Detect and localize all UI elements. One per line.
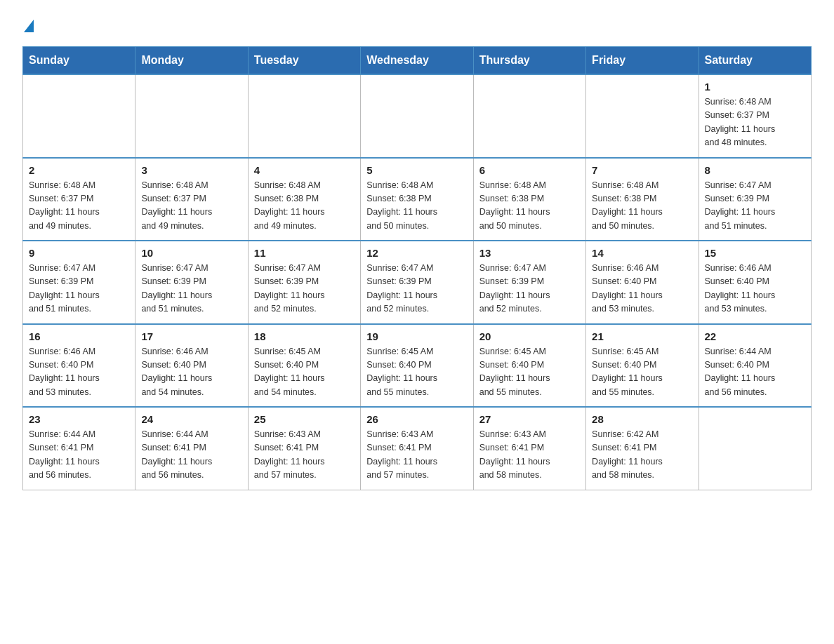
weekday-header-monday: Monday — [135, 47, 248, 75]
day-info: Sunrise: 6:47 AMSunset: 6:39 PMDaylight:… — [366, 262, 467, 316]
calendar-cell: 25Sunrise: 6:43 AMSunset: 6:41 PMDayligh… — [248, 407, 360, 490]
day-info: Sunrise: 6:44 AMSunset: 6:41 PMDaylight:… — [29, 428, 129, 483]
calendar-cell: 9Sunrise: 6:47 AMSunset: 6:39 PMDaylight… — [23, 241, 135, 324]
day-info: Sunrise: 6:48 AMSunset: 6:37 PMDaylight:… — [29, 179, 129, 234]
calendar-cell — [473, 74, 585, 158]
calendar-cell: 12Sunrise: 6:47 AMSunset: 6:39 PMDayligh… — [361, 241, 473, 324]
day-info: Sunrise: 6:46 AMSunset: 6:40 PMDaylight:… — [29, 345, 129, 400]
calendar-cell: 23Sunrise: 6:44 AMSunset: 6:41 PMDayligh… — [23, 407, 135, 490]
day-number: 18 — [254, 330, 355, 342]
calendar-cell — [586, 74, 699, 158]
day-info: Sunrise: 6:43 AMSunset: 6:41 PMDaylight:… — [479, 428, 580, 483]
calendar-cell: 24Sunrise: 6:44 AMSunset: 6:41 PMDayligh… — [135, 407, 248, 490]
calendar-cell: 16Sunrise: 6:46 AMSunset: 6:40 PMDayligh… — [23, 324, 135, 408]
day-number: 12 — [366, 247, 467, 259]
weekday-header-tuesday: Tuesday — [248, 47, 360, 75]
calendar-cell: 27Sunrise: 6:43 AMSunset: 6:41 PMDayligh… — [473, 407, 585, 490]
weekday-header-row: SundayMondayTuesdayWednesdayThursdayFrid… — [23, 47, 812, 75]
day-info: Sunrise: 6:42 AMSunset: 6:41 PMDaylight:… — [592, 428, 692, 483]
day-number: 28 — [592, 413, 692, 425]
calendar-body: 1Sunrise: 6:48 AMSunset: 6:37 PMDaylight… — [23, 74, 812, 490]
day-number: 5 — [366, 164, 467, 176]
calendar-cell: 3Sunrise: 6:48 AMSunset: 6:37 PMDaylight… — [135, 158, 248, 241]
day-info: Sunrise: 6:48 AMSunset: 6:38 PMDaylight:… — [366, 179, 467, 234]
day-number: 9 — [29, 247, 129, 259]
calendar-table: SundayMondayTuesdayWednesdayThursdayFrid… — [22, 46, 812, 490]
calendar-cell — [248, 74, 360, 158]
day-number: 14 — [592, 247, 692, 259]
calendar-week-row: 16Sunrise: 6:46 AMSunset: 6:40 PMDayligh… — [23, 324, 812, 408]
day-number: 6 — [479, 164, 580, 176]
calendar-cell: 17Sunrise: 6:46 AMSunset: 6:40 PMDayligh… — [135, 324, 248, 408]
day-number: 27 — [479, 413, 580, 425]
calendar-cell — [361, 74, 473, 158]
calendar-cell: 10Sunrise: 6:47 AMSunset: 6:39 PMDayligh… — [135, 241, 248, 324]
day-info: Sunrise: 6:44 AMSunset: 6:40 PMDaylight:… — [705, 345, 805, 400]
day-number: 17 — [141, 330, 241, 342]
calendar-week-row: 2Sunrise: 6:48 AMSunset: 6:37 PMDaylight… — [23, 158, 812, 241]
weekday-header-thursday: Thursday — [473, 47, 585, 75]
calendar-cell — [23, 74, 135, 158]
calendar-cell: 21Sunrise: 6:45 AMSunset: 6:40 PMDayligh… — [586, 324, 699, 408]
day-number: 19 — [366, 330, 467, 342]
day-info: Sunrise: 6:48 AMSunset: 6:38 PMDaylight:… — [254, 179, 355, 234]
weekday-header-friday: Friday — [586, 47, 699, 75]
calendar-cell — [699, 407, 811, 490]
day-info: Sunrise: 6:47 AMSunset: 6:39 PMDaylight:… — [705, 179, 805, 234]
day-info: Sunrise: 6:46 AMSunset: 6:40 PMDaylight:… — [592, 262, 692, 316]
day-info: Sunrise: 6:44 AMSunset: 6:41 PMDaylight:… — [141, 428, 241, 483]
day-info: Sunrise: 6:45 AMSunset: 6:40 PMDaylight:… — [479, 345, 580, 400]
day-info: Sunrise: 6:43 AMSunset: 6:41 PMDaylight:… — [366, 428, 467, 483]
calendar-cell: 22Sunrise: 6:44 AMSunset: 6:40 PMDayligh… — [699, 324, 811, 408]
day-number: 13 — [479, 247, 580, 259]
day-info: Sunrise: 6:45 AMSunset: 6:40 PMDaylight:… — [592, 345, 692, 400]
calendar-cell: 8Sunrise: 6:47 AMSunset: 6:39 PMDaylight… — [699, 158, 811, 241]
day-number: 4 — [254, 164, 355, 176]
weekday-header-sunday: Sunday — [23, 47, 135, 75]
day-info: Sunrise: 6:47 AMSunset: 6:39 PMDaylight:… — [254, 262, 355, 316]
day-info: Sunrise: 6:48 AMSunset: 6:38 PMDaylight:… — [592, 179, 692, 234]
logo — [22, 17, 34, 32]
calendar-cell: 5Sunrise: 6:48 AMSunset: 6:38 PMDaylight… — [361, 158, 473, 241]
weekday-header-saturday: Saturday — [699, 47, 811, 75]
day-info: Sunrise: 6:47 AMSunset: 6:39 PMDaylight:… — [141, 262, 241, 316]
day-number: 10 — [141, 247, 241, 259]
page-header — [22, 17, 812, 32]
calendar-cell: 7Sunrise: 6:48 AMSunset: 6:38 PMDaylight… — [586, 158, 699, 241]
calendar-cell: 14Sunrise: 6:46 AMSunset: 6:40 PMDayligh… — [586, 241, 699, 324]
day-info: Sunrise: 6:45 AMSunset: 6:40 PMDaylight:… — [366, 345, 467, 400]
calendar-cell: 18Sunrise: 6:45 AMSunset: 6:40 PMDayligh… — [248, 324, 360, 408]
calendar-cell: 15Sunrise: 6:46 AMSunset: 6:40 PMDayligh… — [699, 241, 811, 324]
day-number: 7 — [592, 164, 692, 176]
day-number: 22 — [705, 330, 805, 342]
calendar-week-row: 23Sunrise: 6:44 AMSunset: 6:41 PMDayligh… — [23, 407, 812, 490]
day-info: Sunrise: 6:48 AMSunset: 6:38 PMDaylight:… — [479, 179, 580, 234]
day-info: Sunrise: 6:47 AMSunset: 6:39 PMDaylight:… — [479, 262, 580, 316]
calendar-header: SundayMondayTuesdayWednesdayThursdayFrid… — [23, 47, 812, 75]
day-number: 15 — [705, 247, 805, 259]
weekday-header-wednesday: Wednesday — [361, 47, 473, 75]
day-number: 8 — [705, 164, 805, 176]
day-info: Sunrise: 6:46 AMSunset: 6:40 PMDaylight:… — [141, 345, 241, 400]
calendar-cell: 2Sunrise: 6:48 AMSunset: 6:37 PMDaylight… — [23, 158, 135, 241]
day-number: 1 — [705, 81, 805, 93]
day-number: 23 — [29, 413, 129, 425]
day-info: Sunrise: 6:43 AMSunset: 6:41 PMDaylight:… — [254, 428, 355, 483]
day-number: 16 — [29, 330, 129, 342]
day-number: 3 — [141, 164, 241, 176]
calendar-cell: 26Sunrise: 6:43 AMSunset: 6:41 PMDayligh… — [361, 407, 473, 490]
logo-triangle-icon — [24, 20, 34, 32]
day-number: 24 — [141, 413, 241, 425]
day-number: 11 — [254, 247, 355, 259]
day-number: 26 — [366, 413, 467, 425]
day-info: Sunrise: 6:48 AMSunset: 6:37 PMDaylight:… — [705, 95, 805, 150]
calendar-cell — [135, 74, 248, 158]
day-number: 21 — [592, 330, 692, 342]
day-number: 2 — [29, 164, 129, 176]
calendar-cell: 19Sunrise: 6:45 AMSunset: 6:40 PMDayligh… — [361, 324, 473, 408]
day-info: Sunrise: 6:45 AMSunset: 6:40 PMDaylight:… — [254, 345, 355, 400]
calendar-week-row: 9Sunrise: 6:47 AMSunset: 6:39 PMDaylight… — [23, 241, 812, 324]
day-info: Sunrise: 6:46 AMSunset: 6:40 PMDaylight:… — [705, 262, 805, 316]
calendar-cell: 6Sunrise: 6:48 AMSunset: 6:38 PMDaylight… — [473, 158, 585, 241]
calendar-cell: 1Sunrise: 6:48 AMSunset: 6:37 PMDaylight… — [699, 74, 811, 158]
